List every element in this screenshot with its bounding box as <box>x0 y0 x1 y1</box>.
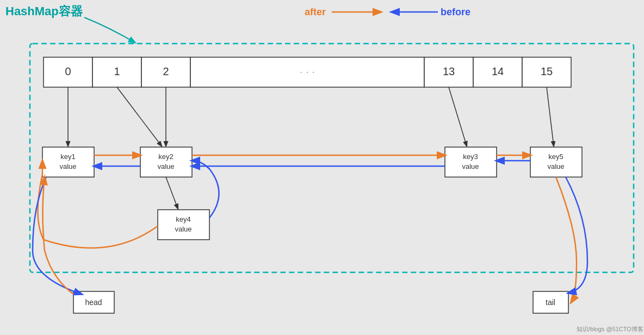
before-label: before <box>441 7 470 17</box>
array-cell-2-label: 2 <box>163 65 169 77</box>
after-label: after <box>305 7 326 17</box>
key2-value: value <box>157 162 174 170</box>
key4-label: key4 <box>176 215 190 223</box>
diagram-svg: HashMap容器 after before 0 1 2 · · · 13 14 <box>0 0 644 335</box>
array-cell-15-label: 15 <box>541 65 553 77</box>
key5-value: value <box>547 162 564 170</box>
key1-label: key1 <box>60 153 75 161</box>
key3-label: key3 <box>463 153 478 161</box>
head-label: head <box>85 298 102 307</box>
array-cell-dots: · · · <box>300 65 315 77</box>
array-cell-14-label: 14 <box>492 65 504 77</box>
key5-label: key5 <box>548 153 563 161</box>
key4-value: value <box>175 225 191 233</box>
key2-label: key2 <box>158 153 173 161</box>
watermark: 知识/blogs @51CTO博客 <box>577 326 643 332</box>
array-cell-13-label: 13 <box>443 65 455 77</box>
key3-value: value <box>462 162 479 170</box>
array-cell-0-label: 0 <box>65 65 71 77</box>
key1-value: value <box>59 162 76 170</box>
main-canvas: HashMap容器 after before 0 1 2 · · · 13 14 <box>0 0 644 335</box>
array-cell-1-label: 1 <box>114 65 120 77</box>
title-text: HashMap容器 <box>5 4 83 18</box>
tail-label: tail <box>546 298 555 307</box>
